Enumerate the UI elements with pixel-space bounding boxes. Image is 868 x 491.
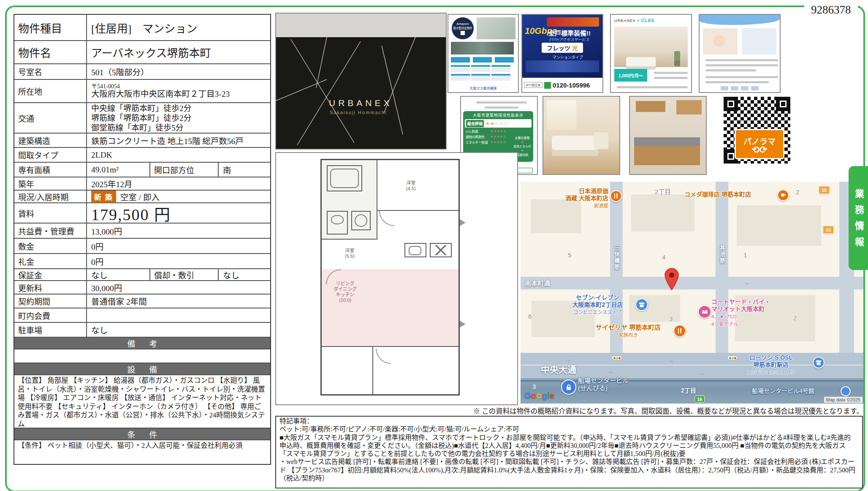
table-row: 敷金 0円 — [14, 238, 270, 253]
solar-star: ★ — [521, 140, 524, 144]
direction-arrow-icon: ← — [744, 279, 751, 286]
row-label: 共益費・管理費 — [14, 224, 87, 238]
clas-logo: CLAS — [641, 18, 654, 23]
row-value: 2025年12月 — [87, 177, 270, 190]
poi-line: (せんびる) — [578, 385, 608, 392]
flets-logo: フレッツ 光 — [542, 43, 583, 53]
door-arc — [379, 211, 394, 226]
row-value: 0円 — [87, 239, 270, 253]
block-number: 6 — [528, 313, 532, 320]
poi-line: 日本酒原価 — [579, 188, 608, 194]
overall-stars-off: ☆☆☆ — [495, 121, 509, 126]
row-label: 建築構造 — [14, 134, 87, 147]
wall — [372, 346, 373, 394]
route-badge: 14 — [823, 226, 834, 234]
row-label: 築年 — [14, 177, 87, 190]
transport-line: 御堂筋線「本町」徒歩5分 — [91, 123, 184, 133]
building-brand: URBANEX — [329, 98, 393, 108]
business-info-tab-label: 業務情報 — [852, 183, 865, 253]
road-minamihommachi — [521, 277, 863, 289]
restaurant-pin-icon — [673, 325, 686, 337]
table-row: 専有面積 49.01m² 開口部方位 南 — [14, 162, 270, 177]
flyer-service-leaflet[interactable] — [699, 14, 781, 93]
flyer-flets-hikari[interactable]: 10Gbps 全戸標準装備!! FTTHアクセスサービス フレッツ 光 マンショ… — [521, 14, 603, 93]
panorama-arrow-icon: ⟲⟳ — [752, 147, 768, 153]
floor-plan[interactable]: 洋室 (4.5) 洋室 (5.5) リビング ダイニング キッチン (10.0) — [275, 152, 518, 405]
row-label: 賃料 — [14, 203, 87, 223]
row-value: 0円 — [87, 254, 270, 268]
panorama-badge[interactable]: パノラマ ⟲⟳ — [735, 129, 784, 159]
table-row: 保証金 なし 償却・敷引 なし — [14, 268, 270, 280]
row-label: 町内会費 — [14, 308, 87, 322]
stars-on: ★★★ — [490, 135, 500, 139]
logo-letter: o — [536, 390, 542, 400]
panorama-qr-code[interactable]: パノラマ ⟲⟳ — [718, 96, 796, 173]
ldk-room: リビング ダイニング キッチン (10.0) — [322, 269, 458, 346]
poi-line: 船場センタービル — [578, 377, 629, 384]
row-label: 駐車場 — [14, 323, 87, 337]
mansion-type-label: マンションタイプ — [553, 55, 583, 60]
property-sheet: 9286378 業務情報 物件種目 [住居用] マンション 物件名 アーバネック… — [0, 0, 868, 491]
business-info-tab[interactable]: 業務情報 — [849, 166, 868, 270]
poi-izakaya: 日本酒原価 酒蔵 大阪本町店 居酒屋 — [525, 188, 608, 210]
interior-photo-kitchen[interactable] — [629, 96, 707, 175]
building — [737, 205, 821, 246]
address: 大阪府大阪市中央区南本町２丁目3-23 — [91, 90, 230, 99]
new-build-badge: 新 築 — [91, 191, 116, 203]
row-label: 更新料 — [14, 281, 87, 294]
row-label: 敷金 — [14, 239, 87, 253]
row-label: 号室名 — [14, 64, 87, 79]
flyer-amazon-delivery[interactable]: Amazon 置き配対応物件 大阪ガス都市開発 — [448, 14, 519, 93]
price-box: 1,000円/月〜 — [614, 69, 647, 82]
flyer-steps — [451, 65, 514, 81]
poi-courtyard-marriott: コートヤード・バイ・ マリオット大阪本町 4.2 ★ (712) 4つ星ホテル — [711, 298, 783, 328]
exterior-photo[interactable]: URBANEX Sakaisuji Hommachi — [275, 13, 447, 150]
location-map[interactable]: 南本町通 中央大通 三休橋筋 丼池筋 2丁目 2丁目 5 4 1 6 3 2 2… — [521, 182, 863, 404]
status-text: 空室 / 即入 — [120, 191, 160, 203]
table-row: 駐車場 なし — [14, 322, 270, 337]
google-logo: Google — [524, 390, 554, 401]
property-pin-icon — [664, 268, 679, 292]
poi-category: 居酒屋 — [594, 203, 609, 208]
interior-photo-living[interactable] — [542, 96, 620, 175]
street-label-vertical: 三休橋筋 — [613, 245, 621, 270]
row-label: 物件種目 — [14, 15, 87, 40]
coffee-pin-icon — [777, 189, 789, 201]
poi-line: 大阪南本町2丁目店 — [572, 301, 623, 308]
traffic-light-icon — [727, 356, 738, 360]
map-copyright: Map data ©2025 — [824, 397, 863, 403]
bedroom1-label: 洋室 (4.5) — [406, 180, 416, 191]
poi-line: コートヤード・バイ・ — [711, 298, 770, 305]
block-number: 2 — [793, 314, 797, 322]
convenience-pin-icon — [635, 298, 648, 311]
table-row: 契約期間 普通借家 2年間 — [14, 294, 270, 308]
sofa-shape — [626, 57, 656, 70]
transport-line: 中央線「堺筋本町」徒歩2分 — [91, 104, 192, 113]
row-value: [住居用] マンション — [87, 15, 270, 40]
casbee-row-label: 建物の断熱性 — [466, 134, 490, 139]
overall-label: 総合評価 — [466, 120, 484, 127]
row-value: 新 築 空室 / 即入 — [87, 191, 270, 202]
building-brand-sub: Sakaisuji Hommachi — [330, 110, 387, 115]
remarks-row — [14, 349, 270, 363]
row-value2: 南 — [219, 163, 270, 177]
flyer-clas-furniture[interactable]: URBANEX × CLAS 1,000円/月〜 — [610, 14, 692, 93]
conditions-text: 【条件】 ペット相談（小型犬、猫可）・2人入居可能・保証会社利用必須 — [14, 439, 270, 464]
casbee-overall-row: 総合評価 ★★☆☆☆ — [465, 119, 532, 128]
row-label: 専有面積 — [14, 163, 87, 177]
row-value: 501（5階部分） — [87, 64, 270, 79]
row-label2: 開口部方位 — [150, 163, 219, 177]
logo-letter: o — [531, 390, 536, 400]
direction-arrow-icon: → — [667, 357, 674, 364]
rating-value: 4.2 — [711, 314, 718, 319]
block-number: 4 — [662, 254, 665, 261]
ntt-label: NTT西日本 — [524, 82, 542, 88]
baby-face-shape — [713, 35, 725, 47]
table-row: 賃料 179,500 円 — [14, 202, 270, 223]
solar-label: 太陽光発電 — [513, 136, 532, 140]
semba-building-icon — [561, 379, 576, 395]
poi-line: セブン-イレブン — [576, 294, 619, 301]
route-badge: 15 — [819, 186, 830, 194]
light-lines-decoration — [276, 37, 444, 147]
logo-letter: g — [542, 390, 547, 400]
